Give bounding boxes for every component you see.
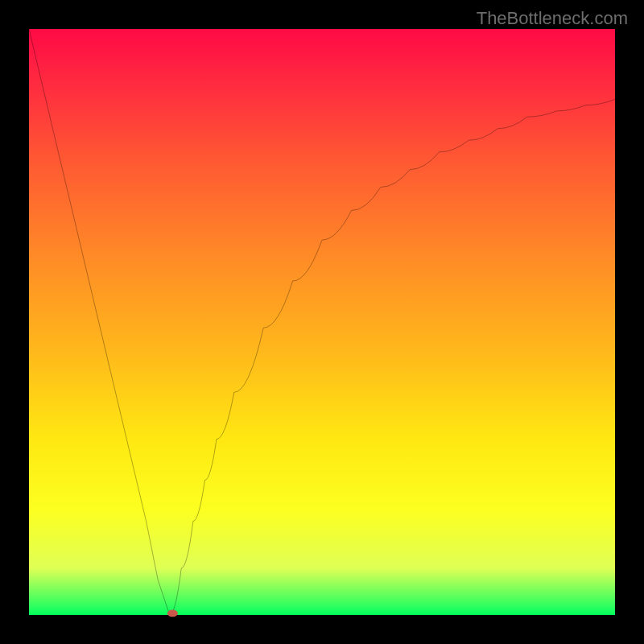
watermark-text: TheBottleneck.com — [477, 8, 628, 29]
minimum-marker-dot — [167, 609, 178, 617]
curve-right-segment — [170, 99, 615, 615]
curve-left-segment — [29, 29, 170, 615]
plot-area — [29, 29, 615, 615]
chart-frame: TheBottleneck.com — [0, 0, 644, 644]
data-curve — [29, 29, 615, 615]
